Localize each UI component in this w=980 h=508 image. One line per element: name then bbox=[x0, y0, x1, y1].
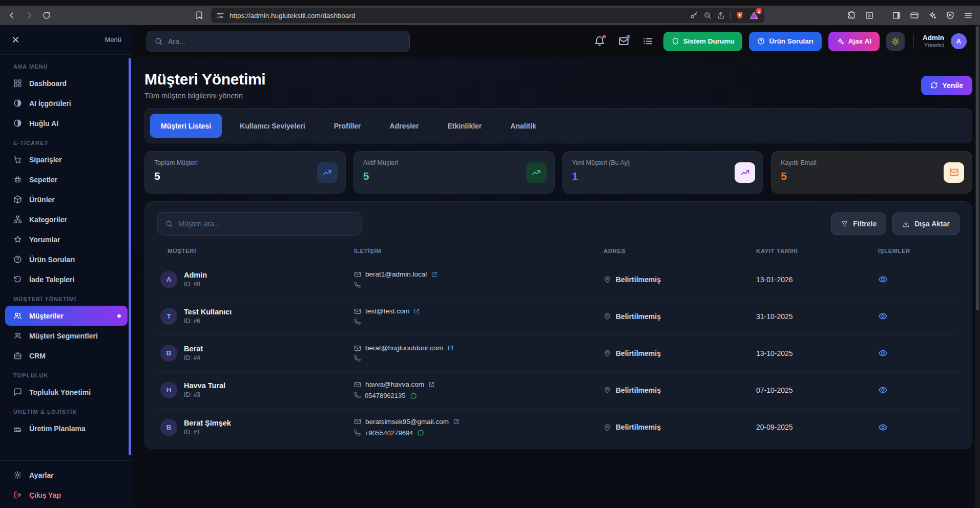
sidebar-scrollbar[interactable] bbox=[129, 58, 131, 455]
stat-value: 5 bbox=[154, 170, 336, 182]
bookmark-icon[interactable] bbox=[195, 11, 204, 20]
ajax-ai-button[interactable]: Ajax AI bbox=[828, 32, 880, 51]
sidebar-item-community[interactable]: Topluluk Yönetimi bbox=[0, 382, 133, 402]
leo-ai-icon[interactable] bbox=[928, 11, 937, 20]
table-row[interactable]: A Admin ID: #8 berat1@admin.local bbox=[157, 261, 960, 298]
password-key-icon[interactable] bbox=[690, 11, 698, 19]
sidebar-item-label: Dashboard bbox=[29, 79, 67, 88]
ajax-ai-label: Ajax AI bbox=[848, 37, 871, 45]
chat-icon bbox=[13, 388, 22, 396]
message-dot bbox=[627, 35, 630, 38]
customer-search-input[interactable] bbox=[178, 220, 355, 228]
whatsapp-icon[interactable] bbox=[417, 429, 424, 436]
tab-addresses[interactable]: Adresler bbox=[379, 114, 430, 138]
customer-address: Belirtilmemiş bbox=[616, 276, 661, 284]
sidebar-item-production-planning[interactable]: Üretim Planlama bbox=[0, 418, 133, 438]
table-row[interactable]: T Test Kullanıcı ID: #6 test@test.com bbox=[157, 298, 960, 335]
sidebar-item-ai-insights[interactable]: AI İçgörüleri bbox=[0, 93, 133, 113]
global-search[interactable] bbox=[147, 31, 410, 52]
eye-icon[interactable] bbox=[878, 348, 888, 358]
external-link-icon[interactable] bbox=[413, 308, 420, 314]
sidebar-item-dashboard[interactable]: Dashboard bbox=[0, 73, 133, 93]
tab-profiles[interactable]: Profiller bbox=[323, 114, 372, 138]
sidebar-item-customer-segments[interactable]: Müşteri Segmentleri bbox=[0, 326, 133, 346]
sidebar-item-carts[interactable]: Sepetler bbox=[0, 170, 133, 189]
browser-menu-icon[interactable] bbox=[964, 11, 973, 20]
extension-triangle-icon[interactable]: 1 bbox=[749, 10, 759, 20]
sidebar-item-products[interactable]: Ürünler bbox=[0, 189, 133, 209]
address-bar[interactable]: https://admin.huglutekstil.com/dashboard… bbox=[211, 8, 764, 23]
tab-customer-list[interactable]: Müşteri Listesi bbox=[150, 114, 222, 138]
sidebar-item-label: Çıkış Yap bbox=[29, 491, 61, 499]
external-link-icon[interactable] bbox=[428, 381, 435, 388]
sidebar-item-customers[interactable]: Müşteriler bbox=[5, 306, 128, 326]
system-status-button[interactable]: Sistem Durumu bbox=[663, 32, 743, 51]
sidebar-item-crm[interactable]: CRM bbox=[0, 346, 133, 366]
filter-button[interactable]: Filtrele bbox=[831, 213, 886, 235]
sidebar-item-reviews[interactable]: Yorumlar bbox=[0, 229, 133, 249]
refresh-button[interactable]: Yenile bbox=[921, 76, 972, 95]
customer-address: Belirtilmemiş bbox=[616, 349, 661, 357]
vpn-shield-icon[interactable] bbox=[946, 11, 955, 20]
wallet-icon[interactable] bbox=[910, 11, 919, 20]
logout-icon bbox=[13, 491, 22, 499]
page-scrollbar[interactable] bbox=[975, 25, 980, 508]
trending-up-icon bbox=[531, 167, 541, 177]
messages-button[interactable] bbox=[615, 33, 633, 50]
stat-label: Aktif Müşteri bbox=[363, 159, 545, 166]
customer-email: berat1@admin.local bbox=[365, 270, 427, 278]
page-scrollbar-thumb[interactable] bbox=[976, 26, 979, 310]
external-link-icon[interactable] bbox=[431, 271, 437, 278]
eye-icon[interactable] bbox=[878, 274, 888, 284]
sidebar-item-orders[interactable]: Siparişler bbox=[0, 150, 133, 170]
customer-search[interactable] bbox=[157, 212, 362, 236]
site-settings-icon[interactable] bbox=[216, 11, 224, 19]
tab-user-levels[interactable]: Kullanıcı Seviyeleri bbox=[229, 114, 316, 138]
whatsapp-icon[interactable] bbox=[410, 392, 417, 399]
export-button[interactable]: Dışa Aktar bbox=[892, 213, 960, 235]
url-text[interactable]: https://admin.huglutekstil.com/dashboard bbox=[230, 12, 685, 19]
sidebar-item-categories[interactable]: Kategoriler bbox=[0, 209, 133, 229]
sidebar-item-returns[interactable]: İade Talepleri bbox=[0, 269, 133, 289]
product-questions-button[interactable]: Ürün Soruları bbox=[749, 32, 821, 51]
sidebar-item-huglu-ai[interactable]: Huğlu AI bbox=[0, 113, 133, 133]
sidebar-item-settings[interactable]: Ayarlar bbox=[0, 465, 133, 485]
tab-analytics[interactable]: Analitik bbox=[499, 114, 547, 138]
global-search-input[interactable] bbox=[168, 37, 402, 46]
tab-activities[interactable]: Etkinlikler bbox=[436, 114, 492, 138]
extensions-icon[interactable] bbox=[847, 11, 856, 20]
browser-reload-icon[interactable] bbox=[42, 11, 51, 20]
sidebar-item-logout[interactable]: Çıkış Yap bbox=[0, 485, 133, 505]
zoom-out-icon[interactable] bbox=[703, 11, 712, 19]
avatar[interactable]: A bbox=[951, 33, 967, 49]
help-circle-icon bbox=[757, 37, 765, 45]
page-content: Müşteri Yönetimi Tüm müşteri bilgilerini… bbox=[133, 57, 980, 508]
table-row[interactable]: B Berat Şimşek ID: #1 beratsimsek95@gmai… bbox=[157, 409, 960, 446]
refresh-label: Yenile bbox=[943, 81, 963, 90]
table-row[interactable]: H Havva Tural ID: #3 havva@havva.com bbox=[157, 372, 960, 409]
browser-forward-icon[interactable] bbox=[25, 11, 34, 20]
browser-back-icon[interactable] bbox=[7, 11, 16, 20]
task-list-button[interactable] bbox=[639, 33, 657, 50]
column-actions: İŞLEMLER bbox=[878, 248, 960, 254]
row-avatar: H bbox=[160, 382, 177, 398]
sidebar-toggle-icon[interactable] bbox=[892, 11, 901, 20]
table-row[interactable]: B Berat ID: #4 berat@hugluoutdoor.com bbox=[157, 335, 960, 372]
sidebar-item-label: Sepetler bbox=[29, 176, 57, 184]
customer-email: beratsimsek95@gmail.com bbox=[365, 418, 449, 426]
reader-mode-icon[interactable]: a bbox=[865, 11, 874, 20]
external-link-icon[interactable] bbox=[453, 418, 460, 425]
close-sidebar-icon[interactable] bbox=[11, 35, 20, 44]
share-icon[interactable] bbox=[717, 11, 725, 19]
sparkles-icon bbox=[837, 37, 844, 45]
eye-icon[interactable] bbox=[878, 311, 888, 321]
brave-shield-icon[interactable] bbox=[736, 11, 744, 19]
eye-icon[interactable] bbox=[878, 422, 888, 432]
search-icon bbox=[165, 220, 173, 228]
sidebar-item-product-questions[interactable]: Ürün Soruları bbox=[0, 249, 133, 269]
theme-toggle-button[interactable] bbox=[886, 32, 905, 51]
eye-icon[interactable] bbox=[878, 385, 888, 395]
phone-icon bbox=[354, 355, 361, 362]
external-link-icon[interactable] bbox=[447, 345, 454, 351]
notifications-button[interactable] bbox=[591, 33, 609, 50]
